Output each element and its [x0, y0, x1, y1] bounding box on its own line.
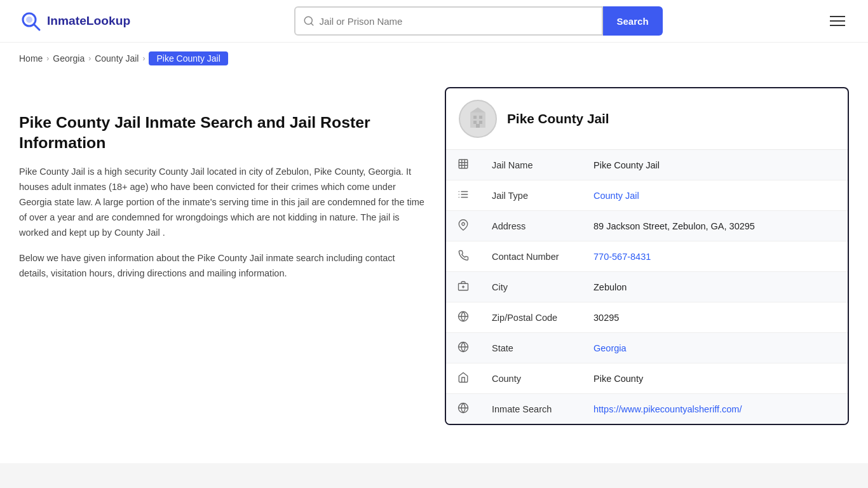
facility-logo: [459, 100, 497, 138]
row-value: 89 Jackson Street, Zebulon, GA, 30295: [593, 221, 755, 231]
address-icon-cell: [446, 211, 480, 241]
hamburger-line-1: [830, 16, 845, 17]
row-label: Contact Number: [480, 241, 582, 272]
table-row: Zip/Postal Code 30295: [446, 302, 848, 333]
row-label: County: [480, 363, 582, 394]
breadcrumb-sep-2: ›: [88, 54, 91, 63]
table-row: Jail Name Pike County Jail: [446, 150, 848, 180]
left-column: Pike County Jail Inmate Search and Jail …: [19, 87, 426, 425]
right-column: Pike County Jail Jail Name Pike County J…: [445, 87, 849, 425]
row-value-cell: Pike County: [582, 363, 848, 394]
web-icon-cell: [446, 394, 480, 424]
row-label: Zip/Postal Code: [480, 302, 582, 333]
breadcrumb-type[interactable]: County Jail: [95, 53, 139, 64]
row-label: Jail Name: [480, 150, 582, 180]
svg-line-4: [311, 23, 313, 25]
row-link[interactable]: https://www.pikecountyalsheriff.com/: [593, 404, 742, 414]
row-label: State: [480, 333, 582, 363]
logo-text: InmateLookup: [47, 14, 130, 28]
svg-rect-12: [459, 159, 468, 168]
row-value-cell: County Jail: [582, 180, 848, 211]
table-row: State Georgia: [446, 333, 848, 363]
search-input[interactable]: [320, 16, 594, 27]
city-icon-cell: [446, 272, 480, 302]
table-row: Contact Number 770-567-8431: [446, 241, 848, 272]
breadcrumb-current: Pike County Jail: [149, 51, 227, 65]
table-row: City Zebulon: [446, 272, 848, 302]
table-row: Address 89 Jackson Street, Zebulon, GA, …: [446, 211, 848, 241]
search-button[interactable]: Search: [603, 6, 663, 36]
row-label: Inmate Search: [480, 394, 582, 424]
table-row: Inmate Search https://www.pikecountyalsh…: [446, 394, 848, 424]
row-label: Address: [480, 211, 582, 241]
row-link[interactable]: Georgia: [593, 343, 627, 353]
search-input-wrap: [294, 6, 603, 36]
hamburger-menu[interactable]: [826, 12, 849, 30]
hamburger-line-2: [830, 20, 845, 22]
jail-icon-cell: [446, 150, 480, 180]
table-row: Jail Type County Jail: [446, 180, 848, 211]
hamburger-line-3: [830, 25, 845, 26]
table-row: County Pike County: [446, 363, 848, 394]
row-value-cell: https://www.pikecountyalsheriff.com/: [582, 394, 848, 424]
row-label: City: [480, 272, 582, 302]
row-value: 30295: [593, 313, 619, 323]
svg-rect-6: [473, 116, 477, 119]
breadcrumb: Home › Georgia › County Jail › Pike Coun…: [0, 43, 868, 74]
svg-rect-9: [479, 121, 482, 124]
logo-icon: [19, 10, 42, 32]
info-table: Jail Name Pike County Jail Jail Type Cou…: [446, 150, 848, 424]
row-value-cell: Zebulon: [582, 272, 848, 302]
svg-rect-8: [473, 121, 477, 124]
search-icon: [303, 15, 315, 27]
row-value-cell: 30295: [582, 302, 848, 333]
state-icon-cell: [446, 333, 480, 363]
footer-bar: [0, 463, 868, 488]
row-value-cell: Pike County Jail: [582, 150, 848, 180]
svg-rect-10: [476, 124, 480, 128]
svg-line-1: [34, 24, 39, 30]
row-value-cell: 770-567-8431: [582, 241, 848, 272]
row-link[interactable]: 770-567-8431: [593, 252, 651, 262]
logo-link[interactable]: InmateLookup: [19, 10, 130, 32]
page-description-2: Below we have given information about th…: [19, 251, 426, 281]
type-icon-cell: [446, 180, 480, 211]
card-title: Pike County Jail: [507, 111, 609, 126]
site-header: InmateLookup Search: [0, 0, 868, 43]
info-card: Pike County Jail Jail Name Pike County J…: [445, 87, 849, 425]
phone-icon-cell: [446, 241, 480, 272]
svg-marker-11: [470, 107, 485, 112]
row-value-cell: 89 Jackson Street, Zebulon, GA, 30295: [582, 211, 848, 241]
page-title: Pike County Jail Inmate Search and Jail …: [19, 112, 426, 153]
row-label: Jail Type: [480, 180, 582, 211]
row-value: Pike County: [593, 374, 643, 384]
main-content: Pike County Jail Inmate Search and Jail …: [0, 74, 868, 451]
svg-rect-7: [479, 116, 482, 119]
row-value-cell: Georgia: [582, 333, 848, 363]
page-description-1: Pike County Jail is a high security Coun…: [19, 165, 426, 241]
building-icon: [465, 106, 491, 132]
card-header: Pike County Jail: [446, 88, 848, 150]
row-value: Pike County Jail: [593, 160, 660, 170]
row-value: Zebulon: [593, 282, 627, 292]
zip-icon-cell: [446, 302, 480, 333]
svg-point-23: [462, 222, 465, 226]
svg-point-2: [26, 17, 32, 23]
search-bar: Search: [294, 6, 663, 36]
county-icon-cell: [446, 363, 480, 394]
breadcrumb-state[interactable]: Georgia: [53, 53, 85, 64]
breadcrumb-sep-1: ›: [46, 54, 49, 63]
row-link[interactable]: County Jail: [593, 191, 639, 201]
breadcrumb-home[interactable]: Home: [19, 53, 43, 64]
breadcrumb-sep-3: ›: [142, 54, 145, 63]
